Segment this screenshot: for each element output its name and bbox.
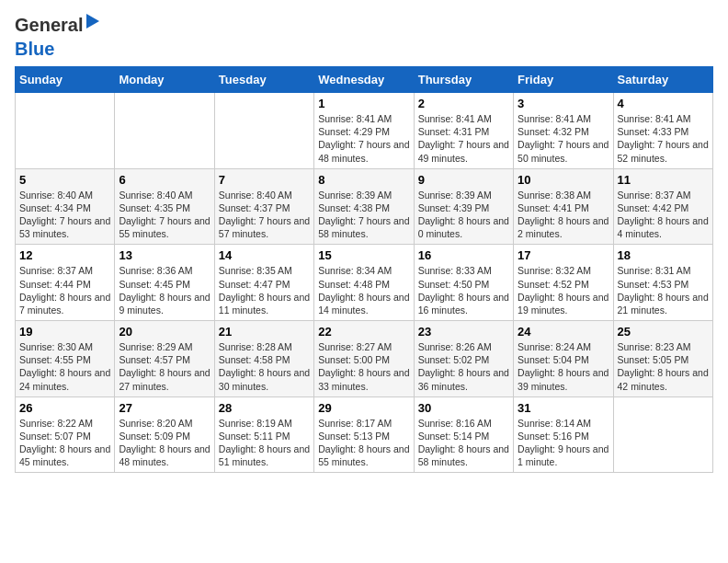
calendar-cell: 19Sunrise: 8:30 AM Sunset: 4:55 PM Dayli… <box>16 321 115 397</box>
day-number: 21 <box>219 325 310 339</box>
calendar-cell: 16Sunrise: 8:33 AM Sunset: 4:50 PM Dayli… <box>414 245 513 321</box>
logo-box: General <box>15 15 99 35</box>
calendar-cell: 10Sunrise: 8:38 AM Sunset: 4:41 PM Dayli… <box>514 168 613 245</box>
day-number: 14 <box>219 248 310 262</box>
day-header-wednesday: Wednesday <box>314 67 414 93</box>
day-number: 9 <box>418 173 509 187</box>
day-number: 4 <box>618 97 709 110</box>
day-info: Sunrise: 8:39 AM Sunset: 4:39 PM Dayligh… <box>418 189 509 241</box>
day-number: 24 <box>518 325 609 339</box>
day-number: 30 <box>418 401 509 415</box>
day-info: Sunrise: 8:41 AM Sunset: 4:32 PM Dayligh… <box>518 112 609 165</box>
calendar-cell: 26Sunrise: 8:22 AM Sunset: 5:07 PM Dayli… <box>16 396 115 473</box>
day-info: Sunrise: 8:40 AM Sunset: 4:35 PM Dayligh… <box>119 189 210 241</box>
calendar: SundayMondayTuesdayWednesdayThursdayFrid… <box>15 66 713 473</box>
day-number: 8 <box>318 173 409 187</box>
day-number: 29 <box>318 401 409 415</box>
calendar-cell: 14Sunrise: 8:35 AM Sunset: 4:47 PM Dayli… <box>214 245 313 321</box>
day-number: 10 <box>518 173 609 187</box>
day-number: 1 <box>318 97 409 110</box>
day-info: Sunrise: 8:27 AM Sunset: 5:00 PM Dayligh… <box>318 340 409 393</box>
day-number: 26 <box>19 401 110 415</box>
logo-blue-text: Blue <box>15 39 54 59</box>
calendar-cell <box>613 396 712 473</box>
calendar-cell: 8Sunrise: 8:39 AM Sunset: 4:38 PM Daylig… <box>314 168 414 245</box>
week-row-1: 1Sunrise: 8:41 AM Sunset: 4:29 PM Daylig… <box>16 93 713 169</box>
day-info: Sunrise: 8:39 AM Sunset: 4:38 PM Dayligh… <box>318 189 409 241</box>
day-number: 25 <box>618 325 709 339</box>
day-info: Sunrise: 8:17 AM Sunset: 5:13 PM Dayligh… <box>318 417 409 469</box>
day-info: Sunrise: 8:40 AM Sunset: 4:34 PM Dayligh… <box>19 189 110 241</box>
day-info: Sunrise: 8:20 AM Sunset: 5:09 PM Dayligh… <box>119 417 210 469</box>
week-row-4: 19Sunrise: 8:30 AM Sunset: 4:55 PM Dayli… <box>16 321 713 397</box>
day-info: Sunrise: 8:31 AM Sunset: 4:53 PM Dayligh… <box>618 264 709 316</box>
day-info: Sunrise: 8:37 AM Sunset: 4:42 PM Dayligh… <box>618 189 709 241</box>
day-number: 16 <box>418 248 509 262</box>
week-row-5: 26Sunrise: 8:22 AM Sunset: 5:07 PM Dayli… <box>16 396 713 473</box>
day-info: Sunrise: 8:33 AM Sunset: 4:50 PM Dayligh… <box>418 264 509 316</box>
day-number: 17 <box>518 248 609 262</box>
calendar-cell: 31Sunrise: 8:14 AM Sunset: 5:16 PM Dayli… <box>514 396 613 473</box>
day-number: 12 <box>19 248 110 262</box>
day-header-saturday: Saturday <box>613 67 712 93</box>
calendar-cell: 18Sunrise: 8:31 AM Sunset: 4:53 PM Dayli… <box>613 245 712 321</box>
calendar-cell: 2Sunrise: 8:41 AM Sunset: 4:31 PM Daylig… <box>414 93 513 169</box>
calendar-cell <box>214 93 313 169</box>
calendar-cell: 11Sunrise: 8:37 AM Sunset: 4:42 PM Dayli… <box>613 168 712 245</box>
day-header-monday: Monday <box>115 67 214 93</box>
day-info: Sunrise: 8:24 AM Sunset: 5:04 PM Dayligh… <box>518 340 609 393</box>
calendar-cell: 21Sunrise: 8:28 AM Sunset: 4:58 PM Dayli… <box>214 321 313 397</box>
day-info: Sunrise: 8:22 AM Sunset: 5:07 PM Dayligh… <box>19 417 110 469</box>
calendar-cell: 27Sunrise: 8:20 AM Sunset: 5:09 PM Dayli… <box>115 396 214 473</box>
calendar-cell: 5Sunrise: 8:40 AM Sunset: 4:34 PM Daylig… <box>16 168 115 245</box>
week-row-2: 5Sunrise: 8:40 AM Sunset: 4:34 PM Daylig… <box>16 168 713 245</box>
calendar-header-row: SundayMondayTuesdayWednesdayThursdayFrid… <box>16 67 713 93</box>
calendar-cell: 24Sunrise: 8:24 AM Sunset: 5:04 PM Dayli… <box>514 321 613 397</box>
day-number: 6 <box>119 173 210 187</box>
calendar-cell: 17Sunrise: 8:32 AM Sunset: 4:52 PM Dayli… <box>514 245 613 321</box>
day-info: Sunrise: 8:28 AM Sunset: 4:58 PM Dayligh… <box>219 340 310 393</box>
day-info: Sunrise: 8:35 AM Sunset: 4:47 PM Dayligh… <box>219 264 310 316</box>
day-number: 7 <box>219 173 310 187</box>
day-info: Sunrise: 8:36 AM Sunset: 4:45 PM Dayligh… <box>119 264 210 316</box>
calendar-cell: 22Sunrise: 8:27 AM Sunset: 5:00 PM Dayli… <box>314 321 414 397</box>
calendar-cell: 4Sunrise: 8:41 AM Sunset: 4:33 PM Daylig… <box>613 93 712 169</box>
calendar-cell: 15Sunrise: 8:34 AM Sunset: 4:48 PM Dayli… <box>314 245 414 321</box>
day-number: 20 <box>119 325 210 339</box>
day-number: 13 <box>119 248 210 262</box>
day-header-friday: Friday <box>514 67 613 93</box>
calendar-cell: 9Sunrise: 8:39 AM Sunset: 4:39 PM Daylig… <box>414 168 513 245</box>
calendar-cell: 25Sunrise: 8:23 AM Sunset: 5:05 PM Dayli… <box>613 321 712 397</box>
calendar-cell: 13Sunrise: 8:36 AM Sunset: 4:45 PM Dayli… <box>115 245 214 321</box>
day-info: Sunrise: 8:41 AM Sunset: 4:31 PM Dayligh… <box>418 112 509 165</box>
day-header-tuesday: Tuesday <box>214 67 313 93</box>
day-info: Sunrise: 8:14 AM Sunset: 5:16 PM Dayligh… <box>518 417 609 469</box>
day-info: Sunrise: 8:41 AM Sunset: 4:33 PM Dayligh… <box>618 112 709 165</box>
calendar-cell: 29Sunrise: 8:17 AM Sunset: 5:13 PM Dayli… <box>314 396 414 473</box>
day-info: Sunrise: 8:26 AM Sunset: 5:02 PM Dayligh… <box>418 340 509 393</box>
calendar-cell: 23Sunrise: 8:26 AM Sunset: 5:02 PM Dayli… <box>414 321 513 397</box>
day-header-thursday: Thursday <box>414 67 513 93</box>
day-info: Sunrise: 8:41 AM Sunset: 4:29 PM Dayligh… <box>318 112 409 165</box>
day-info: Sunrise: 8:37 AM Sunset: 4:44 PM Dayligh… <box>19 264 110 316</box>
day-number: 22 <box>318 325 409 339</box>
day-number: 28 <box>219 401 310 415</box>
header: GeneralBlue <box>15 15 713 59</box>
day-info: Sunrise: 8:29 AM Sunset: 4:57 PM Dayligh… <box>119 340 210 393</box>
calendar-cell: 28Sunrise: 8:19 AM Sunset: 5:11 PM Dayli… <box>214 396 313 473</box>
logo: GeneralBlue <box>15 15 99 59</box>
day-info: Sunrise: 8:40 AM Sunset: 4:37 PM Dayligh… <box>219 189 310 241</box>
day-number: 15 <box>318 248 409 262</box>
week-row-3: 12Sunrise: 8:37 AM Sunset: 4:44 PM Dayli… <box>16 245 713 321</box>
day-number: 3 <box>518 97 609 110</box>
day-info: Sunrise: 8:30 AM Sunset: 4:55 PM Dayligh… <box>19 340 110 393</box>
logo-general-text: General <box>15 15 83 35</box>
calendar-cell: 7Sunrise: 8:40 AM Sunset: 4:37 PM Daylig… <box>214 168 313 245</box>
day-info: Sunrise: 8:32 AM Sunset: 4:52 PM Dayligh… <box>518 264 609 316</box>
day-info: Sunrise: 8:19 AM Sunset: 5:11 PM Dayligh… <box>219 417 310 469</box>
day-info: Sunrise: 8:23 AM Sunset: 5:05 PM Dayligh… <box>618 340 709 393</box>
day-number: 11 <box>618 173 709 187</box>
day-number: 19 <box>19 325 110 339</box>
day-info: Sunrise: 8:38 AM Sunset: 4:41 PM Dayligh… <box>518 189 609 241</box>
day-info: Sunrise: 8:34 AM Sunset: 4:48 PM Dayligh… <box>318 264 409 316</box>
